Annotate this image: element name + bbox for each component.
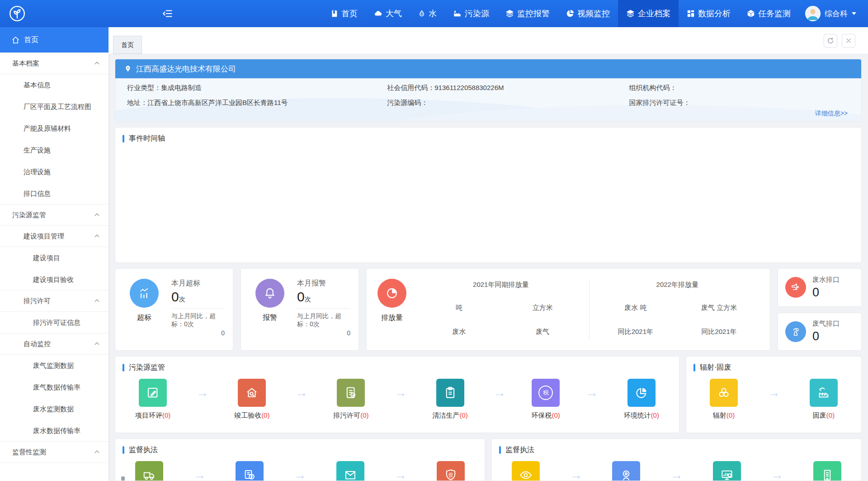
flow-item-environment-tax[interactable]: 税 环保税(0) [532,379,560,420]
chimney-icon [790,326,801,337]
tab-home[interactable]: 首页 [113,36,142,54]
flow-item-video-check[interactable] [612,461,640,481]
sidebar-item-supervisory-monitoring[interactable]: 监督性监测 [0,441,108,463]
tab-bar: 首页 [108,27,868,54]
gas-outlet-value: 0 [812,329,840,343]
detail-info-link[interactable]: 详细信息>> [815,110,848,117]
nav-item-air[interactable]: 大气 [366,0,410,27]
emission-badge: 排放量 [371,313,413,323]
flow-item-monitor-report[interactable] [713,461,741,481]
sidebar-item-pollution-supervision[interactable]: 污染源监管 [0,204,108,226]
sidebar-item-auto-monitoring[interactable]: 自动监控 [0,333,108,355]
sidebar-item-home[interactable]: 首页 [0,27,108,53]
nav-item-pollution-source[interactable]: 污染源 [445,0,497,27]
water-drop-icon [418,10,425,18]
home-icon [12,36,19,44]
sidebar-item-production-facility[interactable]: 生产设施 [0,139,108,161]
nav-item-data-analysis[interactable]: 数据分析 [679,0,739,27]
wastewater-outlet-title: 废水排口 [812,276,840,284]
sidebar-item-construction-project[interactable]: 建设项目 [0,247,108,269]
archive-layers-icon [626,10,635,18]
flow-item-archive-building[interactable] [813,461,841,481]
nav-item-water[interactable]: 水 [410,0,445,27]
alarm-title: 本月报警 [297,279,350,288]
alarm-compare: 与上月同比，超标：0次 [297,312,350,329]
arrow-right-icon: → [394,461,407,481]
waste-factory-icon [817,386,830,400]
sidebar-item-plant-layout[interactable]: 厂区平面及工艺流程图 [0,96,108,118]
flow-item-clean-production[interactable]: 清洁生产(0) [432,379,467,420]
flow-item-completion-acceptance[interactable]: 竣工验收(0) [234,379,269,420]
nav-item-alarm-monitor[interactable]: 监控报警 [497,0,558,27]
flow-item-solid-waste[interactable]: 固废(0) [810,379,838,420]
sidebar-item-gas-transfer-rate[interactable]: 废气数据传输率 [0,376,108,398]
flow-item-mobile-enforcement[interactable] [135,461,163,481]
sidebar-item-construction-project-mgmt[interactable]: 建设项目管理 [0,225,108,247]
sidebar-item-permit-certificate-info[interactable]: 排污许可证信息 [0,312,108,333]
nav-item-task-monitor[interactable]: 任务监测 [739,0,799,27]
cloud-icon [374,10,382,18]
radiation-waste-panel: 辐射·固废 辐射(0) → 固废 [686,356,862,433]
user-menu[interactable]: 综合科 [799,6,868,21]
sidebar-item-discharge-permit[interactable]: 排污许可 [0,290,108,312]
bar-chart-icon [137,286,151,300]
enforcement-left-title: 监督执法 [129,445,158,455]
app-logo-icon [8,5,26,23]
nav-item-enterprise-archive[interactable]: 企业档案 [618,0,679,27]
scrollbar-thumb[interactable] [121,476,125,481]
pollution-supervision-panel: 污染源监管 项目环评(0) → [115,356,679,433]
chevron-up-icon [94,213,99,216]
chevron-up-icon [94,342,99,345]
sidebar-item-treatment-facility[interactable]: 治理设施 [0,161,108,183]
exceed-card: 超标 本月超标 0次 与上月同比，超标：0次 0 [115,268,233,351]
exceed-value: 0次 [171,289,225,305]
company-header: 江西高盛达光电技术有限公司 [115,59,861,78]
timeline-title: 事件时间轴 [129,134,165,143]
truck-icon [142,468,156,481]
flow-item-environment-statistics[interactable]: 环境统计(0) [624,379,659,420]
nav-item-video-monitor[interactable]: 视频监控 [558,0,618,27]
chevron-up-icon [94,61,99,65]
company-info: 行业类型：集成电路制造 社会信用代码：91361122058830226M 组织… [115,78,861,121]
pie-chart-icon [635,386,648,400]
flow-item-inspection-eye[interactable] [512,461,540,481]
enforcement-right-title: 监督执法 [505,445,534,455]
alarm-compare-value: 0 [297,329,350,337]
exceed-compare-value: 0 [171,329,225,337]
sidebar-item-construction-acceptance[interactable]: 建设项目验收 [0,269,108,291]
enforcement-row: 监督执法 → → [115,438,862,481]
field-industry: 行业类型：集成电路制造 [127,84,387,92]
sidebar-item-gas-monitoring-data[interactable]: 废气监测数据 [0,355,108,376]
arrow-right-icon: → [196,379,209,407]
page-content: 江西高盛达光电技术有限公司 行业类型：集成电路制造 社会信用代码：9136112… [108,54,868,481]
flow-item-supervision-shield[interactable]: 督 [437,461,465,481]
field-credit-code: 社会信用代码：91361122058830226M [387,84,629,92]
emission-2021: 2021年同期排放量 吨立方米 废水废气 [413,279,589,340]
sidebar-item-water-transfer-rate[interactable]: 废水数据传输率 [0,420,108,442]
grid-icon [687,10,695,18]
flow-item-radiation[interactable]: 辐射(0) [710,379,738,420]
layers-icon [505,10,514,18]
sidebar-collapse-icon[interactable] [162,8,174,19]
arrow-right-icon: → [295,379,308,407]
sidebar-item-basic-info[interactable]: 基本信息 [0,74,108,96]
flow-item-tax-document[interactable] [236,461,264,481]
arrow-right-icon: → [771,461,783,481]
clipboard-icon [443,386,457,400]
sidebar-item-outlet-info[interactable]: 排口信息 [0,183,108,205]
flow-item-project-eia[interactable]: 项目环评(0) [135,379,170,420]
sidebar-item-capacity-materials[interactable]: 产能及原辅材料 [0,118,108,139]
tax-coin-icon: 税 [538,386,553,400]
close-button[interactable] [842,34,855,48]
sidebar-item-water-monitoring-data[interactable]: 废水监测数据 [0,398,108,420]
refresh-button[interactable] [824,34,837,48]
arrow-right-icon: → [768,379,780,407]
event-timeline-panel: 事件时间轴 [115,127,862,263]
nav-item-home[interactable]: 首页 [322,0,366,27]
doc-check-icon [344,386,358,400]
avatar [805,6,821,21]
flow-item-mail-notice[interactable] [336,461,364,481]
flow-item-discharge-permit[interactable]: 排污许可(0) [333,379,368,420]
building-icon [821,468,834,481]
sidebar-item-basic-archive[interactable]: 基本档案 [0,52,108,74]
